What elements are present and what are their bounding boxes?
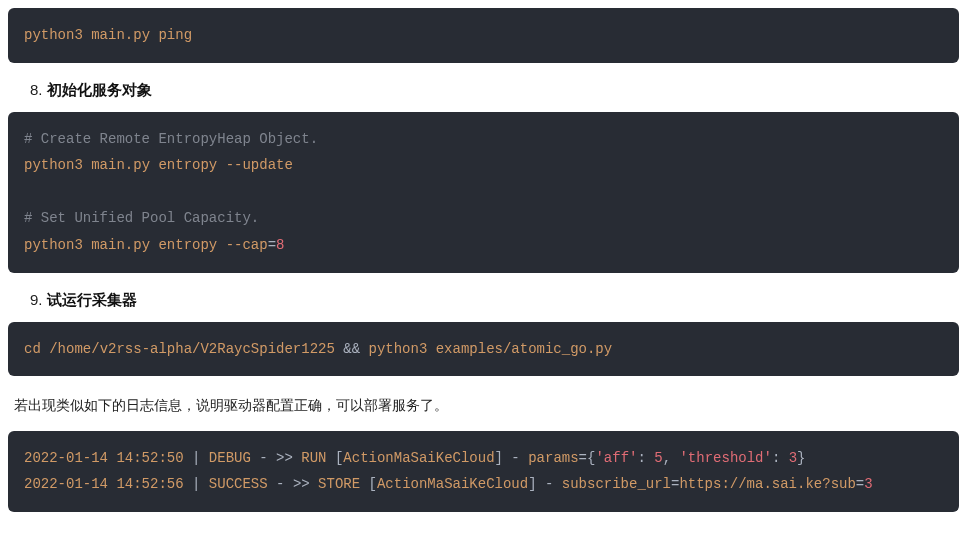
equals: = <box>856 476 864 492</box>
dict-key: 'threshold' <box>679 450 771 466</box>
token-main: main.py <box>91 27 150 43</box>
log-actor: ActionMaSaiKeCloud <box>377 476 528 492</box>
log-level: DEBUG <box>209 450 251 466</box>
dict-value: 5 <box>654 450 662 466</box>
token-script: examples/atomic_go.py <box>436 341 612 357</box>
bracket-open: [ <box>327 450 344 466</box>
bracket-close: ] <box>495 450 503 466</box>
token-subcmd: entropy <box>158 237 217 253</box>
step-title: 初始化服务对象 <box>47 81 152 98</box>
log-key: subscribe_url <box>562 476 671 492</box>
log-timestamp: 2022-01-14 14:52:50 <box>24 450 184 466</box>
step-heading-9: 9. 试运行采集器 <box>30 291 959 310</box>
log-url-val: 3 <box>864 476 872 492</box>
token-subcmd: entropy <box>158 157 217 173</box>
code-block-log-output: 2022-01-14 14:52:50 | DEBUG - >> RUN [Ac… <box>8 431 959 512</box>
info-paragraph: 若出现类似如下的日志信息，说明驱动器配置正确，可以部署服务了。 <box>14 394 959 416</box>
step-heading-8: 8. 初始化服务对象 <box>30 81 959 100</box>
step-number: 8. <box>30 81 47 98</box>
token-cd: cd <box>24 341 41 357</box>
token-python: python3 <box>24 27 83 43</box>
log-key: params <box>528 450 578 466</box>
bracket-open: [ <box>360 476 377 492</box>
log-level: SUCCESS <box>209 476 268 492</box>
token-flag: --cap <box>226 237 268 253</box>
token-equals: = <box>268 237 276 253</box>
token-main: main.py <box>91 237 150 253</box>
bracket-close: ] <box>528 476 536 492</box>
log-separator: - >> <box>268 476 318 492</box>
step-title: 试运行采集器 <box>47 291 137 308</box>
step-number: 9. <box>30 291 47 308</box>
comment-line: # Set Unified Pool Capacity. <box>24 210 259 226</box>
log-action: STORE <box>318 476 360 492</box>
token-flag: --update <box>226 157 293 173</box>
comma: , <box>663 450 680 466</box>
token-path: /home/v2rss-alpha/V2RaycSpider1225 <box>49 341 335 357</box>
dict-key: 'aff' <box>595 450 637 466</box>
token-and: && <box>343 341 360 357</box>
brace-close: } <box>797 450 805 466</box>
log-action: RUN <box>301 450 326 466</box>
log-url: https://ma.sai.ke?sub <box>679 476 855 492</box>
colon: : <box>637 450 654 466</box>
log-separator: - >> <box>251 450 301 466</box>
dict-value: 3 <box>789 450 797 466</box>
token-python: python3 <box>24 237 83 253</box>
token-main: main.py <box>91 157 150 173</box>
code-block-entropy: # Create Remote EntropyHeap Object. pyth… <box>8 112 959 273</box>
code-block-ping: python3 main.py ping <box>8 8 959 63</box>
dash: - <box>537 476 562 492</box>
dash: - <box>503 450 528 466</box>
log-pipe: | <box>184 476 209 492</box>
equals: = <box>579 450 587 466</box>
log-actor: ActionMaSaiKeCloud <box>343 450 494 466</box>
code-block-run-example: cd /home/v2rss-alpha/V2RaycSpider1225 &&… <box>8 322 959 377</box>
token-number: 8 <box>276 237 284 253</box>
comment-line: # Create Remote EntropyHeap Object. <box>24 131 318 147</box>
log-pipe: | <box>184 450 209 466</box>
token-subcmd: ping <box>158 27 192 43</box>
token-python: python3 <box>24 157 83 173</box>
log-timestamp: 2022-01-14 14:52:56 <box>24 476 184 492</box>
token-python: python3 <box>369 341 428 357</box>
colon: : <box>772 450 789 466</box>
